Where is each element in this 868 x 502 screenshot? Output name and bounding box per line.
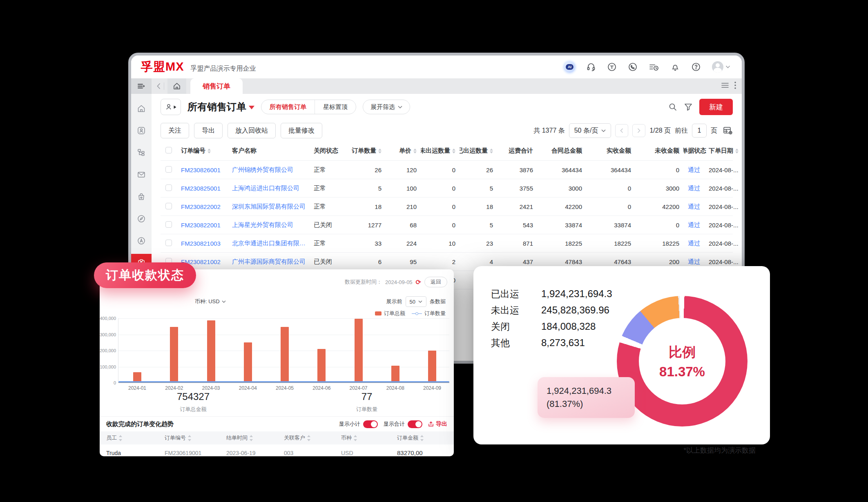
column-customer[interactable]: 客户名称 [232,147,314,155]
sidebar-item-mail[interactable] [131,166,152,184]
column-received[interactable]: 实收金额 [586,147,635,155]
view-title[interactable]: 所有销售订单 [187,100,254,113]
headset-icon[interactable] [586,62,596,72]
expand-filter-button[interactable]: 展开筛选 [363,100,410,114]
table-row[interactable]: FM230821003北京华通进出口集团有限公司正常33224102387118… [161,234,733,253]
subtable-column[interactable]: 员工 [106,434,165,442]
cell-order_no[interactable]: FM230822002 [181,203,232,210]
next-page-button[interactable] [632,124,645,137]
bar-2024-04[interactable] [244,342,252,382]
legend-bar-series[interactable]: 订单总额 [375,310,405,317]
subtable-column[interactable]: 订单编号 [165,434,226,442]
subtable-column[interactable]: 币种 [341,434,397,442]
row-checkbox[interactable] [161,184,181,192]
table-row[interactable]: FM230822002深圳东旭国际贸易有限公司正常182100182421422… [161,198,733,216]
row-checkbox[interactable] [161,221,181,229]
subtable-column[interactable]: 关联客户 [284,434,341,442]
cell-order_no[interactable]: FM230821003 [181,240,232,247]
cell-doc_status[interactable]: 通过 [683,203,709,211]
phone-icon[interactable] [628,62,638,72]
back-button[interactable]: 返回 [424,277,447,287]
cell-customer[interactable]: 广州锦绣外贸有限公司 [232,166,314,174]
page-size-select[interactable]: 50 条/页 [569,123,611,138]
toggle-on[interactable] [363,420,378,428]
home-tab-button[interactable] [167,78,186,94]
cell-customer[interactable]: 上海星光外贸有限公司 [232,221,314,229]
column-unit_price[interactable]: 单价 [386,147,421,155]
sidebar-item-compass[interactable] [131,210,152,228]
create-button[interactable]: 新建 [699,99,733,115]
recycle-button[interactable]: 放入回收站 [228,123,276,138]
cell-customer[interactable]: 北京华通进出口集团有限公司 [232,240,314,247]
bell-icon[interactable] [670,62,680,72]
cell-doc_status[interactable]: 通过 [683,184,709,192]
follow-button[interactable]: 关注 [161,123,189,138]
column-order_no[interactable]: 订单编号 [181,147,232,155]
show-total-toggle[interactable]: 显示合计 [384,420,422,428]
column-qty[interactable]: 订单数量 [350,147,386,155]
subtable-column[interactable]: 订单金额 [397,434,447,442]
owner-filter-button[interactable] [161,99,181,115]
tab-sales-orders[interactable]: 销售订单 [190,78,243,94]
show-subtotal-toggle[interactable]: 显示小计 [339,420,378,428]
table-row[interactable]: FM230826001广州锦绣外贸有限公司正常26120026387636443… [161,161,733,179]
cell-order_no[interactable]: FM230826001 [181,167,232,173]
sidebar-collapse-button[interactable] [131,78,152,94]
tab-list-icon[interactable] [721,82,729,90]
column-order_date[interactable]: 下单日期 [709,147,742,155]
user-menu[interactable] [712,61,730,73]
translate-icon[interactable] [607,62,617,72]
legend-line-series[interactable]: 订单数量 [412,310,446,317]
cell-doc_status[interactable]: 通过 [683,221,709,229]
table-settings-icon[interactable] [723,126,733,135]
column-doc_status[interactable]: 单据状态 [683,147,709,155]
column-contract_total[interactable]: 合同总金额 [537,147,586,155]
column-freight_total[interactable]: 运费合计 [497,147,537,155]
column-shipped_qty[interactable]: 已出运数量 [460,147,497,155]
subtable-column[interactable]: 结单时间 [226,434,284,442]
sidebar-item-products[interactable] [131,188,152,206]
help-icon[interactable] [691,62,701,72]
row-checkbox[interactable] [161,166,181,174]
show-top-select[interactable]: 50 [406,296,426,307]
goto-page-input[interactable] [692,124,707,138]
sidebar-item-org[interactable] [131,144,152,162]
column-not_shipped_qty[interactable]: 未出运数量 [421,147,460,155]
bar-2024-07[interactable] [355,319,363,382]
column-close_status[interactable]: 关闭状态 [314,147,350,155]
row-checkbox[interactable] [161,203,181,211]
sort-icon[interactable] [413,149,417,153]
sort-icon[interactable] [490,149,493,153]
panel-export-button[interactable]: 导出 [428,420,447,428]
bar-2024-08[interactable] [391,366,399,382]
table-row[interactable]: FM230822001上海星光外贸有限公司已关闭1277680554333874… [161,216,733,234]
bar-2024-05[interactable] [281,327,289,382]
filter-icon[interactable] [684,102,693,111]
refresh-icon[interactable]: ⟳ [416,278,421,286]
toggle-on[interactable] [408,420,422,428]
cell-doc_status[interactable]: 通过 [683,166,709,174]
pill-starred[interactable]: 星标置顶 [315,100,356,114]
sort-icon[interactable] [378,149,382,153]
pill-all-sales-orders[interactable]: 所有销售订单 [261,100,315,114]
sort-icon[interactable] [735,149,739,153]
more-icon[interactable] [734,82,736,91]
select-all-checkbox[interactable] [161,147,181,155]
cell-customer[interactable]: 上海鸿运进出口有限公司 [232,184,314,192]
avatar[interactable] [712,61,723,73]
sort-icon[interactable] [208,149,211,153]
bar-2024-09[interactable] [428,351,436,382]
bar-2024-02[interactable] [170,327,178,382]
export-button[interactable]: 导出 [194,123,223,138]
bar-2024-03[interactable] [207,320,215,382]
row-checkbox[interactable] [161,240,181,247]
cell-doc_status[interactable]: 通过 [683,240,709,247]
bulk-edit-button[interactable]: 批量修改 [281,123,322,138]
cell-customer[interactable]: 广州丰源国际商贸有限公司 [232,258,314,266]
sort-icon[interactable] [452,149,455,153]
sidebar-item-home[interactable] [131,100,152,118]
subtable-row[interactable]: TrudaFM2306190012023-06-19003USD83270,00 [100,444,454,456]
sidebar-item-marketing[interactable] [131,232,152,250]
currency-select[interactable]: 币种: USD [195,298,226,305]
column-unreceived[interactable]: 未收金额 [635,147,683,155]
